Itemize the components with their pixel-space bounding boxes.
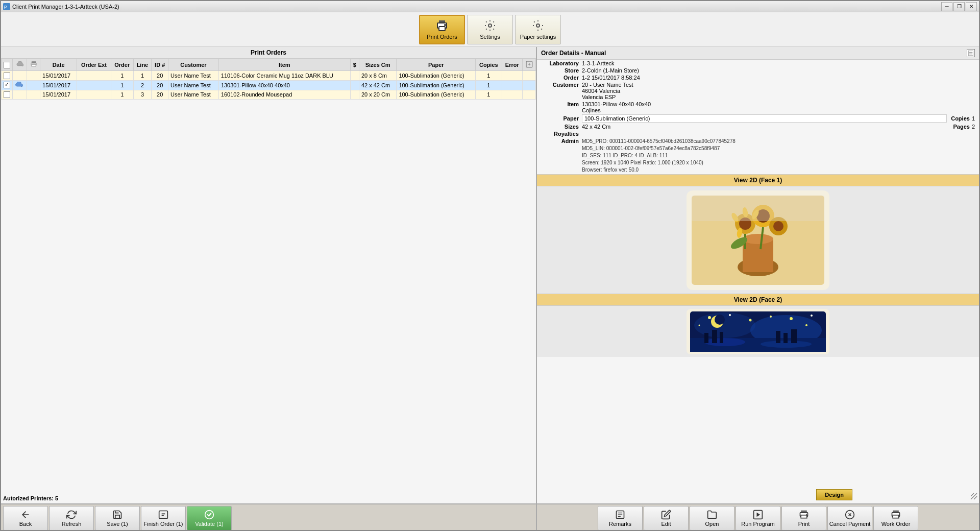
window-title: P Client Print Manager 1-3-1-Artteck (US… [3,3,119,10]
row2-checkbox[interactable] [2,80,13,90]
col-header-sizes[interactable]: Sizes Cm [359,59,396,71]
save-button[interactable]: Save (1) [95,506,140,530]
col-header-error[interactable]: Error [502,59,522,71]
save-label: Save (1) [107,521,128,527]
close-button[interactable]: ✕ [966,2,977,11]
work-order-button[interactable]: Work Order [873,506,918,530]
svg-rect-4 [439,27,445,31]
authorized-printers-text: Autorized Printers: 5 [3,495,58,501]
print-orders-button[interactable]: Print Orders [419,15,465,44]
svg-rect-12 [968,51,973,56]
bottom-spacer [537,357,979,367]
table-row[interactable]: 15/01/2017 1 1 20 User Name Test 110106-… [2,71,536,81]
finish-order-button[interactable]: Finish Order (1) [141,506,186,530]
laboratory-value: 1-3-1-Artteck [582,60,975,66]
svg-point-43 [805,324,807,326]
col-header-date[interactable]: Date [40,59,77,71]
svg-point-40 [790,317,793,320]
detail-customer: Customer 20 - User Name Test 46004 Valen… [537,81,979,101]
svg-point-5 [445,25,446,26]
row3-paper: 100-Sublimation (Generic) [397,90,476,100]
row3-line: 3 [133,90,152,100]
paper-settings-button[interactable]: Paper settings [515,15,561,44]
col-header-item[interactable]: Item [218,59,350,71]
col-header-customer[interactable]: Customer [168,59,219,71]
order-details-title: Order Details - Manual [541,50,606,57]
work-order-label: Work Order [881,521,911,527]
authorized-printers-status: Autorized Printers: 5 [3,495,58,501]
row1-check[interactable] [4,73,10,79]
col-header-id[interactable]: ID # [152,59,168,71]
table-row[interactable]: 15/01/2017 1 3 20 User Name Test 160102-… [2,90,536,100]
print-orders-title: Print Orders [1,47,536,59]
select-all-checkbox[interactable] [4,62,10,68]
resize-icon-container[interactable] [970,492,978,500]
orders-table-wrapper[interactable]: Date Order Ext Order Line ID # Customer … [1,59,536,503]
panel-icon-button[interactable] [967,49,975,57]
back-label: Back [19,521,32,527]
paper-value: 100-Sublimation (Generic) [582,114,947,123]
col-header-line[interactable]: Line [133,59,152,71]
svg-rect-49 [704,333,708,343]
minimize-button[interactable]: ─ [941,2,952,11]
row3-printer [27,90,40,100]
right-panel-header: Order Details - Manual [537,47,979,60]
validate-button[interactable]: Validate (1) [187,506,232,530]
view2d-face2-image[interactable] [537,306,979,357]
settings-button[interactable]: Settings [467,15,513,44]
row3-check[interactable] [4,91,10,98]
run-program-button[interactable]: Run Program [736,506,780,530]
resize-icon[interactable] [970,492,978,500]
svg-rect-52 [776,331,780,343]
restore-button[interactable]: ❐ [953,2,965,11]
detail-sizes-pages: Sizes 42 x 42 Cm Pages 2 [537,123,979,130]
print-button[interactable]: Print [781,506,826,530]
design-button[interactable]: Design [816,489,852,500]
row1-extra [523,71,536,81]
view2d-face1-image[interactable] [537,186,979,294]
col-header-check [2,59,13,71]
row3-checkbox[interactable] [2,90,13,100]
col-header-dollar[interactable]: $ [350,59,359,71]
row2-cloud [13,80,27,90]
window-controls[interactable]: ─ ❐ ✕ [941,2,977,11]
svg-point-41 [811,315,813,317]
svg-point-23 [773,221,783,231]
sizes-value: 42 x 42 Cm [582,124,949,130]
row2-check[interactable] [4,82,10,88]
refresh-button[interactable]: Refresh [49,506,94,530]
bottom-bar-right: Remarks Edit Open [537,504,979,531]
cancel-payment-button[interactable]: Cancel Payment [827,506,872,530]
svg-marker-59 [757,513,761,517]
col-header-paper[interactable]: Paper [397,59,476,71]
open-button[interactable]: Open [690,506,734,530]
extra-header-icon [526,61,533,68]
back-button[interactable]: Back [3,506,48,530]
row1-checkbox[interactable] [2,71,13,81]
cloud-header-icon [16,61,23,67]
col-header-order-ext[interactable]: Order Ext [77,59,111,71]
remarks-button[interactable]: Remarks [598,506,643,530]
detail-order: Order 1-2 15/01/2017 8:58:24 [537,74,979,81]
print-icon [799,510,809,520]
row2-paper: 100-Sublimation (Generic) [397,80,476,90]
col-header-order[interactable]: Order [111,59,133,71]
settings-label: Settings [480,34,500,40]
copies-value: 1 [970,115,975,122]
work-order-icon [891,510,901,520]
app-icon: P [3,3,10,10]
col-header-copies[interactable]: Copies [476,59,502,71]
row2-line: 2 [133,80,152,90]
edit-button[interactable]: Edit [644,506,689,530]
sunflower-pillow-svg [684,188,832,293]
detail-admin: Admin MD5_PRO: 000111-000004-6575cf040bd… [537,137,979,174]
svg-rect-10 [31,65,35,67]
svg-point-6 [488,24,492,27]
row3-customer: User Name Test [168,90,219,100]
paper-settings-icon [532,19,544,32]
row1-customer: User Name Test [168,71,219,81]
title-bar: P Client Print Manager 1-3-1-Artteck (US… [1,1,979,12]
table-row[interactable]: 15/01/2017 1 2 20 User Name Test 130301-… [2,80,536,90]
svg-rect-55 [159,511,168,519]
right-scroll-area[interactable]: Laboratory 1-3-1-Artteck Store 2-Colón (… [537,60,979,503]
